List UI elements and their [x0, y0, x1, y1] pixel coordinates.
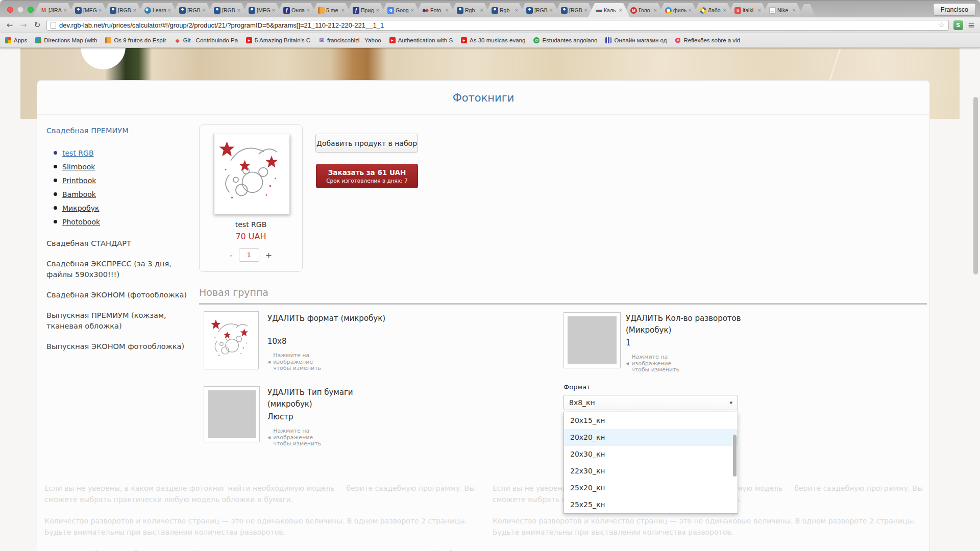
sidebar-item-graduation-econom[interactable]: Выпускная ЭКОНОМ фотообложка)	[46, 341, 200, 352]
close-icon[interactable]: ×	[689, 7, 692, 13]
tab-google[interactable]: GGoog×	[380, 3, 422, 17]
tab-learn[interactable]: Learn×	[137, 3, 179, 17]
tab-5me[interactable]: 5 me×	[310, 3, 352, 17]
close-icon[interactable]: ×	[203, 7, 206, 13]
bookmark-item[interactable]: ▶5 Amazing Britain's C	[246, 37, 310, 43]
close-icon[interactable]: ×	[64, 7, 67, 13]
bookmark-item[interactable]: ▶As 30 musicas evang	[461, 37, 525, 43]
tab-rgb[interactable]: [RGB×	[519, 3, 560, 17]
format-option[interactable]: 22x30_кн	[564, 463, 738, 480]
option-format-thumbnail[interactable]	[204, 311, 259, 369]
sidebar-item-wedding-standard[interactable]: Свадебная СТАНДАРТ	[46, 238, 200, 249]
tab-rgb[interactable]: [RGB×	[172, 3, 213, 17]
format-option[interactable]: 25x25_кн	[564, 496, 738, 513]
order-button[interactable]: Заказать за 61 UAH Срок изготовления в д…	[316, 164, 418, 188]
back-icon[interactable]: ←	[5, 20, 14, 30]
tab-foto[interactable]: Foto×	[414, 3, 456, 17]
sidebar-item-wedding-express[interactable]: Свадебная ЭКСПРЕСС (за 3 дня, файлы 590x…	[46, 259, 200, 280]
bookmark-apps[interactable]: Apps	[5, 37, 27, 43]
close-icon[interactable]: ×	[515, 7, 518, 13]
sidebar-item-wedding-econom[interactable]: Свадебная ЭКОНОМ (фотообложка)	[46, 290, 200, 300]
tab-meg[interactable]: [MEG×	[67, 3, 109, 17]
close-icon[interactable]: ×	[793, 7, 796, 13]
format-select[interactable]: 8x8_кн ▾	[564, 395, 738, 410]
close-icon[interactable]: ×	[654, 7, 657, 13]
bookmark-item[interactable]: Os 9 frutos do Espír	[105, 37, 166, 43]
bookmark-item[interactable]: Directions Map (with	[35, 37, 97, 43]
close-icon[interactable]: ×	[99, 7, 102, 13]
option-paper-thumbnail[interactable]	[204, 386, 260, 442]
tab-nike[interactable]: Nike×	[762, 3, 803, 17]
sidebar-link[interactable]: test RGB	[62, 149, 94, 157]
decrement-button[interactable]: -	[230, 251, 233, 260]
window-scrollbar[interactable]	[973, 97, 978, 274]
sidebar-item-test-rgb[interactable]: test RGB	[54, 146, 200, 160]
close-icon[interactable]: ×	[133, 7, 136, 13]
tab-rgb[interactable]: Rgb-×	[449, 3, 491, 17]
tab-online[interactable]: ƒОнла×	[276, 3, 317, 17]
extension-icon[interactable]: S	[953, 20, 963, 30]
tab-labo[interactable]: Лабо×	[692, 3, 734, 17]
sidebar-item-graduation-premium[interactable]: Выпускная ПРЕМИУМ (кожзам, тканевая обло…	[46, 310, 200, 332]
tab-golo[interactable]: МГоло×	[623, 3, 665, 17]
close-icon[interactable]: ×	[272, 7, 275, 13]
tab-rgb[interactable]: [RGB×	[102, 3, 144, 17]
sidebar-item-slimbook[interactable]: Slimbook	[54, 160, 200, 173]
format-option[interactable]: 20x30_кн	[564, 446, 738, 463]
close-icon[interactable]: ×	[723, 7, 726, 13]
sidebar-item-printbook[interactable]: Printbook	[54, 173, 200, 187]
tab-meg[interactable]: [MEG×	[241, 3, 283, 17]
close-window-button[interactable]	[7, 7, 13, 13]
close-icon[interactable]: ×	[411, 7, 414, 13]
close-icon[interactable]: ×	[237, 7, 240, 13]
format-option[interactable]: 25x20_кн	[564, 480, 738, 496]
sidebar-item-microbook[interactable]: Микробук	[54, 201, 200, 215]
reload-icon[interactable]: ↻	[33, 20, 42, 30]
dropdown-scrollbar[interactable]	[733, 435, 737, 477]
sidebar-link[interactable]: Bambook	[62, 190, 96, 198]
profile-button[interactable]: Francisco	[933, 3, 976, 16]
close-icon[interactable]: ×	[307, 7, 310, 13]
bookmark-item[interactable]: ✉franciscobizi - Yahoo	[318, 37, 381, 43]
format-option-highlighted[interactable]: 20x20_кн	[564, 429, 738, 446]
bookmark-item[interactable]: Reflexões sobre a vid	[675, 37, 740, 43]
sidebar-item-photobook[interactable]: Photobook	[54, 215, 200, 229]
add-to-set-button[interactable]: Добавить продукт в набор	[315, 134, 418, 153]
menu-icon[interactable]: ≡	[968, 20, 975, 30]
bookmark-star-icon[interactable]: ☆	[938, 21, 945, 29]
sidebar-link[interactable]: Printbook	[62, 177, 96, 185]
format-option[interactable]: 20x15_кн	[564, 412, 738, 429]
close-icon[interactable]: ×	[341, 7, 345, 13]
tab-rgb[interactable]: [RGB×	[206, 3, 248, 17]
option-spreads-thumbnail[interactable]	[564, 312, 621, 368]
bookmark-item[interactable]: Онлайн магазин од	[605, 37, 667, 43]
close-icon[interactable]: ×	[619, 7, 622, 13]
close-icon[interactable]: ×	[376, 7, 379, 13]
tab-jira[interactable]: M[JIRA×	[33, 3, 75, 17]
close-icon[interactable]: ×	[758, 7, 761, 13]
tab-prid[interactable]: ƒПрид×	[345, 3, 387, 17]
sidebar-link[interactable]: Slimbook	[62, 163, 95, 171]
sidebar-link[interactable]: Микробук	[62, 204, 99, 212]
tab-film[interactable]: филь×	[657, 3, 699, 17]
bookmark-item[interactable]: @Estudantes angolano	[533, 37, 597, 43]
tab-calculator-active[interactable]: Каль×	[588, 3, 630, 17]
sidebar-item-bambook[interactable]: Bambook	[54, 187, 200, 201]
tab-italki[interactable]: ititalki×	[727, 3, 769, 17]
close-icon[interactable]: ×	[480, 7, 483, 13]
sidebar-link[interactable]: Photobook	[62, 218, 100, 226]
address-bar[interactable]: dev.rgb-lab.net/ru/prices/calculator/#!/…	[46, 20, 949, 31]
close-icon[interactable]: ×	[584, 7, 587, 13]
close-icon[interactable]: ×	[168, 7, 171, 13]
new-tab-button[interactable]	[798, 4, 816, 17]
quantity-input[interactable]: 1	[239, 248, 259, 262]
increment-button[interactable]: +	[265, 251, 272, 260]
minimize-window-button[interactable]	[17, 7, 23, 13]
tab-rgb[interactable]: [RGB×	[553, 3, 595, 17]
url-text[interactable]: dev.rgb-lab.net/ru/prices/calculator/#!/…	[59, 21, 935, 29]
close-icon[interactable]: ×	[446, 7, 449, 13]
bookmark-item[interactable]: ▶Authentication with S	[389, 37, 453, 43]
bookmark-item[interactable]: ◆Git - Contribuindo Pa	[175, 37, 238, 43]
forward-icon[interactable]: →	[19, 20, 28, 30]
close-icon[interactable]: ×	[550, 7, 553, 13]
